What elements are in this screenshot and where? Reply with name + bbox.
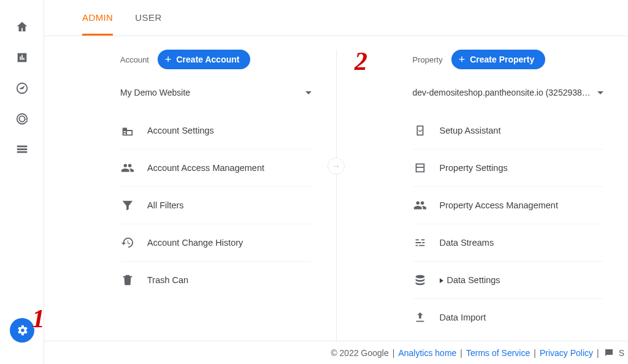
footer-link-terms[interactable]: Terms of Service [466, 348, 530, 358]
footer-link-privacy[interactable]: Privacy Policy [540, 348, 593, 358]
tab-admin[interactable]: ADMIN [82, 12, 113, 36]
create-account-button-label: Create Account [177, 55, 240, 64]
feedback-icon[interactable] [603, 347, 615, 359]
menu-item-label: Trash Can [147, 275, 188, 285]
menu-item-label: Data Import [440, 313, 486, 322]
explore-icon[interactable] [10, 76, 34, 100]
trash-icon [120, 273, 135, 287]
account-menu-list: Account Settings Account Access Manageme… [120, 112, 312, 298]
admin-tabs: ADMIN USER [44, 0, 628, 36]
menu-item-label: Property Settings [440, 163, 508, 173]
chevron-down-icon [597, 91, 603, 94]
all-filters-item[interactable]: All Filters [120, 187, 312, 224]
settings-gear-button[interactable] [10, 318, 34, 343]
layout-icon [413, 161, 427, 175]
create-property-button-label: Create Property [470, 55, 534, 64]
building-icon [120, 123, 135, 138]
account-column: Account + Create Account My Demo Website… [44, 50, 336, 342]
account-settings-item[interactable]: Account Settings [120, 112, 312, 150]
property-header-label: Property [413, 55, 443, 64]
footer-link-analytics-home[interactable]: Analytics home [398, 348, 456, 358]
streams-icon [413, 235, 427, 250]
column-nav-right[interactable]: → [327, 157, 345, 175]
create-property-button[interactable]: + Create Property [451, 50, 546, 69]
property-selector-value: dev-demositeshop.pantheonsite.io (325293… [413, 88, 591, 97]
history-icon [120, 235, 135, 250]
menu-item-label: Data Streams [440, 238, 494, 248]
menu-item-label: Property Access Management [440, 200, 558, 210]
footer-send-feedback-cutoff: S [619, 348, 624, 358]
footer-bar: © 2022 Google | Analytics home | Terms o… [44, 341, 628, 364]
list-icon[interactable] [10, 137, 34, 162]
account-header-label: Account [120, 55, 149, 64]
target-icon[interactable] [10, 107, 34, 131]
database-icon [413, 273, 427, 287]
menu-item-label: Account Change History [147, 238, 243, 248]
account-change-history-item[interactable]: Account Change History [120, 224, 312, 262]
main-content: ADMIN USER Account + Create Account My D… [44, 0, 628, 364]
account-selector-value: My Demo Website [120, 88, 190, 97]
setup-assistant-item[interactable]: Setup Assistant [413, 112, 604, 150]
account-selector[interactable]: My Demo Website [120, 85, 312, 102]
reports-icon[interactable] [10, 45, 34, 70]
people-icon [413, 198, 427, 213]
tab-user[interactable]: USER [135, 12, 161, 36]
home-icon[interactable] [10, 15, 34, 39]
plus-icon: + [459, 54, 465, 65]
menu-item-label: Data Settings [447, 275, 500, 285]
footer-copyright: © 2022 Google [331, 348, 388, 358]
account-access-management-item[interactable]: Account Access Management [120, 150, 312, 187]
trash-can-item[interactable]: Trash Can [120, 262, 312, 298]
left-nav-rail [0, 0, 44, 364]
create-account-button[interactable]: + Create Account [158, 50, 250, 69]
chevron-down-icon [305, 91, 312, 94]
data-streams-item[interactable]: Data Streams [413, 224, 604, 262]
menu-item-label: Setup Assistant [440, 126, 501, 135]
menu-item-label: All Filters [147, 200, 184, 210]
menu-item-label: Account Access Management [147, 163, 264, 173]
filter-icon [120, 198, 135, 213]
admin-columns: Account + Create Account My Demo Website… [44, 36, 628, 342]
plus-icon: + [165, 54, 172, 65]
checklist-icon [413, 123, 427, 138]
property-access-management-item[interactable]: Property Access Management [413, 187, 604, 224]
expand-caret-icon [440, 278, 443, 283]
property-settings-item[interactable]: Property Settings [413, 150, 604, 187]
upload-icon [413, 310, 427, 325]
property-column: Property + Create Property dev-demosites… [337, 50, 629, 342]
property-menu-list: Setup Assistant Property Settings Proper… [413, 112, 604, 336]
data-settings-item[interactable]: Data Settings [413, 262, 604, 299]
menu-item-label: Account Settings [147, 126, 214, 135]
people-icon [120, 161, 135, 175]
property-selector[interactable]: dev-demositeshop.pantheonsite.io (325293… [413, 85, 604, 102]
data-import-item[interactable]: Data Import [413, 299, 604, 336]
